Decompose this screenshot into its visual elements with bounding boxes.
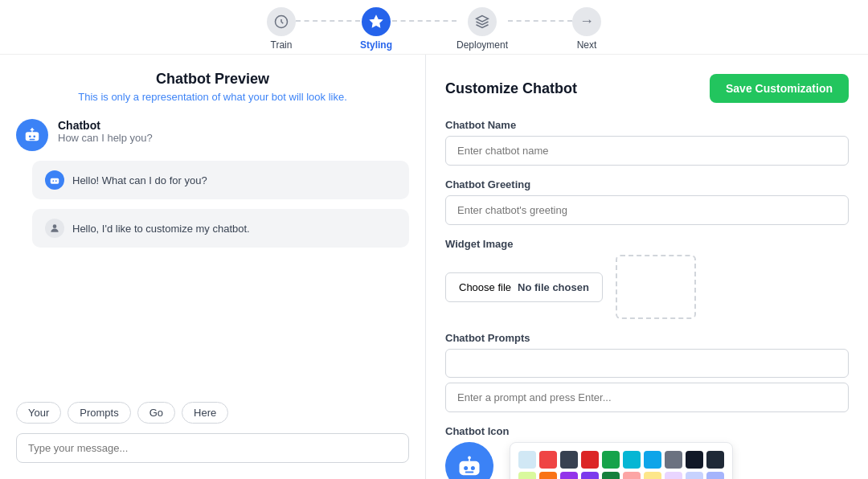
svg-point-11: [471, 466, 475, 470]
icon-color-row: # 658354: [445, 442, 849, 479]
user-msg-icon: [45, 219, 64, 238]
styling-step-label: Styling: [360, 39, 392, 51]
svg-rect-5: [51, 178, 59, 184]
widget-image-label: Widget Image: [445, 238, 849, 250]
deployment-step-label: Deployment: [457, 39, 508, 51]
customize-header: Customize Chatbot Save Customization: [445, 74, 849, 103]
color-swatch[interactable]: [602, 451, 620, 469]
chatbot-icon-preview: [445, 442, 493, 479]
chatbot-greeting-input[interactable]: [445, 195, 849, 225]
bot-name: Chatbot: [58, 119, 153, 132]
main-content: Chatbot Preview This is only a represent…: [0, 55, 868, 479]
prompt-chip-1[interactable]: Prompts: [68, 402, 130, 424]
widget-image-row: Choose file No file chosen: [445, 255, 849, 319]
chatbot-prompts-label: Chatbot Prompts: [445, 332, 849, 344]
color-swatch[interactable]: [581, 472, 599, 479]
color-swatch[interactable]: [623, 451, 641, 469]
prompts-tags-area[interactable]: [445, 349, 849, 378]
customize-panel: Customize Chatbot Save Customization Cha…: [426, 55, 868, 479]
color-grid-row1: [518, 451, 724, 479]
wizard-step-train[interactable]: Train: [267, 7, 296, 51]
chat-input[interactable]: [16, 433, 409, 463]
wizard-step-next[interactable]: → Next: [572, 7, 601, 51]
svg-rect-9: [460, 461, 480, 476]
widget-image-group: Widget Image Choose file No file chosen: [445, 238, 849, 319]
color-picker-panel: # 658354: [510, 442, 733, 479]
no-file-label: No file chosen: [518, 281, 589, 293]
chatbot-icon-group: Chatbot Icon #: [445, 425, 849, 479]
color-swatch[interactable]: [518, 472, 536, 479]
wizard-step-styling[interactable]: Styling: [360, 7, 392, 51]
color-swatch[interactable]: [665, 472, 682, 479]
bot-intro-text: Chatbot How can I help you?: [58, 119, 153, 144]
styling-step-icon: [362, 7, 391, 36]
color-swatch[interactable]: [560, 451, 578, 469]
color-swatch[interactable]: [539, 472, 557, 479]
bot-avatar: [16, 119, 48, 151]
color-swatch[interactable]: [686, 451, 703, 469]
color-swatch[interactable]: [602, 472, 620, 479]
bot-greeting-text: How can I help you?: [58, 132, 153, 144]
prompt-chip-3[interactable]: Here: [182, 402, 228, 424]
color-swatch[interactable]: [644, 451, 661, 469]
next-step-icon: →: [572, 7, 601, 36]
chatbot-greeting-group: Chatbot Greeting: [445, 178, 849, 225]
train-step-icon: [267, 7, 296, 36]
chat-message-bot: Hello! What can I do for you?: [32, 161, 409, 199]
user-message-text: Hello, I'd like to customize my chatbot.: [72, 223, 250, 235]
color-swatch[interactable]: [706, 472, 724, 479]
preview-title: Chatbot Preview: [156, 71, 269, 88]
color-swatch[interactable]: [560, 472, 578, 479]
svg-point-3: [33, 135, 35, 137]
bot-message-text: Hello! What can I do for you?: [72, 174, 207, 186]
chat-area: Chatbot How can I help you? Hello! What …: [16, 119, 409, 389]
preview-panel: Chatbot Preview This is only a represent…: [0, 55, 426, 479]
color-swatch[interactable]: [644, 472, 661, 479]
next-step-label: Next: [577, 39, 597, 51]
color-swatch[interactable]: [623, 472, 641, 479]
bot-intro: Chatbot How can I help you?: [16, 119, 409, 151]
prompts-input[interactable]: [445, 383, 849, 412]
chatbot-icon-label: Chatbot Icon: [445, 425, 849, 437]
svg-point-4: [31, 128, 34, 130]
color-swatch[interactable]: [686, 472, 703, 479]
color-swatch[interactable]: [539, 451, 557, 469]
chatbot-greeting-label: Chatbot Greeting: [445, 178, 849, 190]
color-swatch[interactable]: [665, 451, 682, 469]
choose-file-label: Choose file: [459, 281, 511, 293]
svg-point-10: [464, 466, 468, 470]
prompt-chip-0[interactable]: Your: [16, 402, 61, 424]
connector-2: [392, 20, 457, 22]
chatbot-prompts-group: Chatbot Prompts: [445, 332, 849, 412]
svg-point-12: [468, 456, 471, 460]
train-step-label: Train: [271, 39, 293, 51]
chatbot-name-label: Chatbot Name: [445, 119, 849, 131]
svg-point-7: [55, 180, 57, 182]
prompt-chip-2[interactable]: Go: [137, 402, 175, 424]
svg-point-8: [53, 224, 57, 228]
deployment-step-icon: [468, 7, 497, 36]
color-swatch[interactable]: [518, 451, 536, 469]
connector-3: [508, 20, 572, 22]
svg-point-6: [52, 180, 54, 182]
save-customization-button[interactable]: Save Customization: [710, 74, 849, 103]
chat-message-user: Hello, I'd like to customize my chatbot.: [32, 209, 409, 248]
prompt-chips: Your Prompts Go Here: [16, 402, 409, 424]
preview-subtitle: This is only a representation of what yo…: [78, 91, 347, 103]
bot-msg-icon: [45, 170, 64, 190]
choose-file-button[interactable]: Choose file No file chosen: [445, 272, 603, 302]
connector-1: [296, 20, 360, 22]
wizard-step-deployment[interactable]: Deployment: [457, 7, 508, 51]
color-swatch[interactable]: [706, 451, 724, 469]
chatbot-name-input[interactable]: [445, 136, 849, 166]
color-swatch[interactable]: [581, 451, 599, 469]
image-placeholder: [616, 255, 696, 319]
svg-point-2: [29, 135, 31, 137]
wizard-header: Train Styling Deployment → Next: [0, 0, 868, 55]
chatbot-name-group: Chatbot Name: [445, 119, 849, 166]
customize-title: Customize Chatbot: [445, 80, 577, 97]
